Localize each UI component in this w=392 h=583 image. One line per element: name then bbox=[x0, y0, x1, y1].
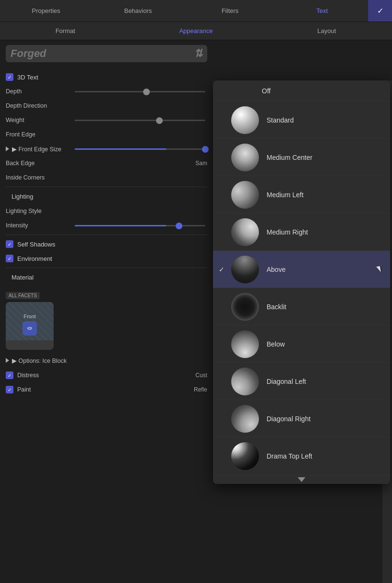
text-style-dropdown[interactable]: Forged ⇅ bbox=[6, 45, 207, 62]
lighting-item-diag-left[interactable]: Diagonal Left bbox=[213, 363, 390, 400]
lighting-item-standard[interactable]: Standard bbox=[213, 101, 390, 139]
self-shadows-row[interactable]: ✓ Self Shadows bbox=[6, 237, 207, 251]
options-ice-block-row[interactable]: ▶ Options: Ice Block bbox=[0, 353, 213, 368]
sphere-wrap-medium-right bbox=[228, 218, 262, 246]
label-3d-text: 3D Text bbox=[17, 74, 38, 81]
props-3d-section: ✓ 3D Text Depth Depth Direction Weight bbox=[0, 67, 213, 288]
depth-direction-row: Depth Direction bbox=[6, 99, 207, 113]
tab-check[interactable]: ✓ bbox=[368, 0, 392, 22]
back-edge-row: Back Edge Sam bbox=[6, 156, 207, 170]
sphere-drama-top-left bbox=[231, 442, 259, 470]
distress-row: ✓ Distress Cust bbox=[0, 368, 213, 382]
sphere-diag-left bbox=[231, 368, 259, 395]
label-medium-center: Medium Center bbox=[267, 154, 313, 161]
check-above: ✓ bbox=[219, 266, 228, 273]
lighting-item-drama-top-left[interactable]: Drama Top Left bbox=[213, 437, 390, 475]
lighting-item-medium-left[interactable]: Medium Left bbox=[213, 176, 390, 213]
intensity-thumb[interactable] bbox=[176, 223, 182, 229]
checkbox-paint[interactable]: ✓ bbox=[6, 386, 13, 393]
front-edge-size-row: ▶ Front Edge Size bbox=[6, 142, 207, 156]
depth-label: Depth bbox=[6, 88, 73, 95]
distress-value: Cust bbox=[39, 372, 207, 379]
cursor-pointer bbox=[377, 266, 381, 272]
weight-thumb[interactable] bbox=[156, 117, 163, 124]
main-content: Forged ⇅ ✓ 3D Text Depth Depth Direction bbox=[0, 40, 392, 583]
options-triangle-icon bbox=[6, 358, 9, 363]
sphere-standard bbox=[231, 106, 259, 134]
label-backlit: Backlit bbox=[267, 303, 286, 311]
tab-behaviors[interactable]: Behaviors bbox=[92, 0, 184, 22]
label-standard: Standard bbox=[267, 116, 294, 124]
sphere-wrap-below bbox=[228, 330, 262, 358]
checkbox-3d-text[interactable]: ✓ bbox=[6, 73, 13, 81]
front-edge-size-slider[interactable] bbox=[75, 148, 205, 150]
material-thumbnail[interactable]: Front bbox=[6, 302, 54, 350]
lighting-style-label: Lighting Style bbox=[6, 208, 73, 214]
depth-thumb[interactable] bbox=[143, 89, 150, 95]
depth-direction-label: Depth Direction bbox=[6, 102, 73, 109]
sphere-wrap-diag-left bbox=[228, 368, 262, 395]
checkbox-environment[interactable]: ✓ bbox=[6, 255, 13, 262]
sphere-wrap-diag-right bbox=[228, 405, 262, 433]
lighting-style-dropdown[interactable]: Off Standard Medium Center Medium Left bbox=[213, 80, 390, 484]
environment-row[interactable]: ✓ Environment bbox=[6, 251, 207, 266]
lighting-item-medium-center[interactable]: Medium Center bbox=[213, 139, 390, 176]
label-diag-left: Diagonal Left bbox=[267, 378, 306, 385]
checkbox-distress[interactable]: ✓ bbox=[6, 371, 13, 379]
lighting-item-above[interactable]: ✓ Above bbox=[213, 251, 390, 288]
back-edge-label: Back Edge bbox=[6, 160, 73, 167]
sphere-wrap-standard bbox=[228, 106, 262, 134]
tab-filters[interactable]: Filters bbox=[184, 0, 276, 22]
checkbox-self-shadows[interactable]: ✓ bbox=[6, 240, 13, 248]
weight-row: Weight bbox=[6, 113, 207, 127]
lighting-item-off[interactable]: Off bbox=[213, 80, 390, 101]
intensity-slider[interactable] bbox=[75, 225, 205, 226]
intensity-label: Intensity bbox=[6, 222, 73, 229]
label-drama-top-left: Drama Top Left bbox=[267, 452, 312, 460]
material-section: ALL FACETS Front bbox=[0, 288, 213, 353]
tab-text[interactable]: Text bbox=[276, 0, 368, 22]
front-edge-size-label: ▶ Front Edge Size bbox=[6, 146, 73, 153]
depth-slider[interactable] bbox=[75, 91, 205, 92]
divider-2 bbox=[6, 235, 207, 235]
sphere-above bbox=[231, 256, 259, 283]
paint-row: ✓ Paint Refle bbox=[0, 382, 213, 397]
scroll-down-arrow-icon bbox=[298, 477, 305, 482]
link-icon-button[interactable] bbox=[22, 321, 37, 336]
sphere-below bbox=[231, 330, 259, 358]
lighting-item-below[interactable]: Below bbox=[213, 325, 390, 363]
front-edge-size-thumb[interactable] bbox=[202, 146, 209, 153]
front-edge-row: Front Edge bbox=[6, 127, 207, 142]
environment-label: Environment bbox=[17, 255, 52, 262]
label-medium-right: Medium Right bbox=[267, 228, 308, 236]
paint-label: Paint bbox=[17, 386, 31, 393]
link-icon bbox=[26, 325, 34, 332]
label-diag-right: Diagonal Right bbox=[267, 415, 311, 423]
sphere-medium-left bbox=[231, 181, 259, 209]
material-header: Material bbox=[6, 270, 207, 285]
front-edge-label: Front Edge bbox=[6, 131, 73, 138]
label-off: Off bbox=[262, 87, 270, 95]
scroll-down-area[interactable] bbox=[213, 475, 390, 484]
all-facets-label: ALL FACETS bbox=[6, 292, 40, 299]
sphere-wrap-above bbox=[228, 256, 262, 283]
sub-tab-format[interactable]: Format bbox=[0, 27, 131, 34]
lighting-style-row[interactable]: Lighting Style bbox=[6, 204, 207, 218]
sub-tab-bar: Format Appearance Layout bbox=[0, 22, 392, 40]
weight-label: Weight bbox=[6, 117, 73, 123]
sphere-wrap-backlit bbox=[228, 293, 262, 321]
lighting-item-diag-right[interactable]: Diagonal Right bbox=[213, 400, 390, 437]
sub-tab-layout[interactable]: Layout bbox=[261, 27, 392, 34]
lighting-item-medium-right[interactable]: Medium Right bbox=[213, 213, 390, 251]
sphere-backlit bbox=[231, 293, 259, 321]
label-below: Below bbox=[267, 340, 285, 348]
tab-properties[interactable]: Properties bbox=[0, 0, 92, 22]
lighting-item-backlit[interactable]: Backlit bbox=[213, 288, 390, 325]
sphere-wrap-medium-left bbox=[228, 181, 262, 209]
sub-tab-appearance[interactable]: Appearance bbox=[131, 27, 261, 34]
self-shadows-label: Self Shadows bbox=[17, 241, 56, 248]
tab-bar: Properties Behaviors Filters Text ✓ bbox=[0, 0, 392, 22]
checkbox-row-3d-text[interactable]: ✓ 3D Text bbox=[6, 70, 207, 84]
cursor-arrow-icon bbox=[376, 266, 381, 272]
weight-slider[interactable] bbox=[75, 120, 205, 121]
